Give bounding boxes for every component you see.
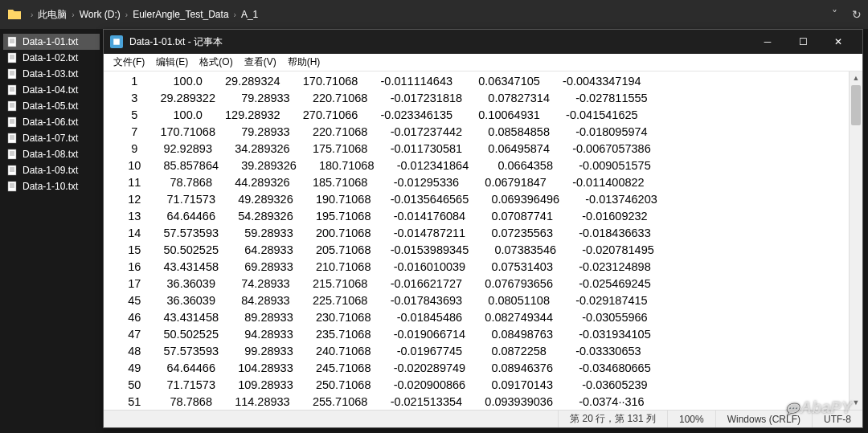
file-item[interactable]: Data-1-04.txt [3, 82, 100, 98]
notepad-window: Data-1-01.txt - 记事本 ─ ☐ ✕ 文件(F)编辑(E)格式(O… [103, 29, 863, 428]
breadcrumb-item[interactable]: EulerAngle_Test_Data [133, 9, 228, 20]
text-file-icon [6, 133, 18, 144]
text-line: 5 100.0 129.28932 270.71066 -0.023346135… [112, 107, 848, 124]
file-item[interactable]: Data-1-08.txt [3, 146, 100, 162]
status-zoom: 100% [668, 411, 716, 427]
text-line: 14 57.573593 59.28933 200.71068 -0.01478… [112, 225, 848, 242]
file-item[interactable]: Data-1-09.txt [3, 162, 100, 178]
maximize-button[interactable]: ☐ [785, 30, 821, 54]
file-item[interactable]: Data-1-01.txt [3, 34, 100, 50]
minimize-button[interactable]: ─ [750, 30, 785, 54]
svg-rect-0 [8, 37, 16, 47]
file-item[interactable]: Data-1-02.txt [3, 50, 100, 66]
menu-item[interactable]: 查看(V) [240, 55, 281, 69]
scroll-thumb[interactable] [851, 85, 861, 125]
explorer-address-bar: ›此电脑›Work (D:)›EulerAngle_Test_Data›A_1 … [0, 0, 868, 29]
text-line: 13 64.64466 54.289326 195.71068 -0.01417… [112, 208, 848, 225]
breadcrumb-item[interactable]: A_1 [241, 9, 258, 20]
file-item[interactable]: Data-1-07.txt [3, 130, 100, 146]
svg-rect-8 [8, 69, 16, 79]
svg-rect-36 [8, 182, 16, 191]
text-line: 3 29.289322 79.28933 220.71068 -0.017231… [112, 90, 848, 107]
text-line: 9 92.92893 34.289326 175.71068 -0.011730… [112, 141, 848, 157]
text-line: 12 71.71573 49.289326 190.71068 -0.01356… [112, 191, 848, 208]
file-name: Data-1-10.txt [23, 181, 78, 192]
file-name: Data-1-09.txt [23, 165, 78, 176]
text-file-icon [6, 149, 18, 160]
text-file-icon [6, 68, 18, 80]
text-file-icon [6, 84, 18, 96]
window-title-bar[interactable]: Data-1-01.txt - 记事本 ─ ☐ ✕ [104, 30, 862, 54]
text-line: 11 78.7868 44.289326 185.71068 -0.012953… [112, 174, 848, 191]
file-name: Data-1-02.txt [23, 52, 78, 63]
text-content-area[interactable]: 1 100.0 29.289324 170.71068 -0.011114643… [104, 71, 862, 410]
svg-rect-12 [8, 85, 16, 95]
file-name: Data-1-01.txt [23, 36, 78, 47]
vertical-scrollbar[interactable]: ▲ ▼ [849, 71, 862, 410]
menu-bar: 文件(F)编辑(E)格式(O)查看(V)帮助(H) [104, 54, 862, 71]
svg-rect-20 [8, 117, 16, 127]
file-name: Data-1-04.txt [23, 84, 78, 96]
breadcrumb-item[interactable]: Work (D:) [80, 9, 121, 20]
file-name: Data-1-07.txt [23, 133, 78, 144]
text-file-icon [6, 52, 18, 63]
svg-rect-28 [8, 149, 16, 159]
file-list-pane: Data-1-01.txtData-1-02.txtData-1-03.txtD… [0, 29, 103, 433]
text-line: 1 100.0 29.289324 170.71068 -0.011114643… [112, 73, 848, 90]
text-file-icon [6, 36, 18, 47]
folder-icon [6, 8, 23, 21]
notepad-icon [110, 35, 123, 48]
status-cursor-pos: 第 20 行，第 131 列 [559, 411, 668, 427]
text-line: 50 71.71573 109.28933 250.71068 -0.02090… [112, 377, 848, 394]
menu-item[interactable]: 文件(F) [108, 55, 149, 69]
text-line: 45 36.36039 84.28933 225.71068 -0.017843… [112, 292, 848, 309]
text-line: 51 78.7868 114.28933 255.71068 -0.021513… [112, 394, 848, 410]
breadcrumb[interactable]: ›此电脑›Work (D:)›EulerAngle_Test_Data›A_1 [31, 8, 832, 22]
chevron-right-icon: › [234, 10, 236, 19]
file-name: Data-1-06.txt [23, 116, 78, 128]
text-line: 10 85.857864 39.289326 180.71068 -0.0123… [112, 157, 848, 174]
menu-item[interactable]: 格式(O) [194, 55, 237, 69]
chevron-right-icon: › [125, 10, 128, 19]
text-line: 7 170.71068 79.28933 220.71068 -0.017237… [112, 124, 848, 141]
status-line-ending: Windows (CRLF) [716, 411, 813, 427]
chevron-right-icon: › [72, 10, 74, 19]
file-item[interactable]: Data-1-05.txt [3, 98, 100, 114]
svg-rect-4 [8, 53, 16, 63]
menu-item[interactable]: 编辑(E) [151, 55, 193, 69]
chevron-down-icon[interactable]: ˅ [832, 8, 837, 21]
file-name: Data-1-05.txt [23, 100, 78, 112]
window-title: Data-1-01.txt - 记事本 [129, 35, 750, 49]
text-file-icon [6, 165, 18, 176]
file-name: Data-1-03.txt [23, 68, 78, 80]
text-line: 15 50.502525 64.28933 205.71068 -0.01539… [112, 242, 848, 259]
scroll-down-arrow[interactable]: ▼ [850, 396, 862, 410]
svg-rect-40 [113, 39, 120, 45]
file-item[interactable]: Data-1-06.txt [3, 114, 100, 130]
chevron-right-icon: › [31, 10, 33, 19]
refresh-icon[interactable]: ↻ [852, 8, 862, 21]
text-file-icon [6, 100, 18, 112]
breadcrumb-item[interactable]: 此电脑 [38, 8, 67, 22]
text-line: 49 64.64466 104.28933 245.71068 -0.02028… [112, 360, 848, 377]
file-item[interactable]: Data-1-03.txt [3, 66, 100, 82]
status-encoding: UTF-8 [813, 411, 862, 427]
svg-rect-32 [8, 165, 16, 175]
text-file-icon [6, 116, 18, 128]
text-line: 16 43.431458 69.28933 210.71068 -0.01601… [112, 259, 848, 276]
text-line: 46 43.431458 89.28933 230.71068 -0.01845… [112, 309, 848, 326]
close-button[interactable]: ✕ [821, 30, 856, 54]
svg-rect-24 [8, 133, 16, 143]
text-line: 17 36.36039 74.28933 215.71068 -0.016621… [112, 276, 848, 292]
text-line: 48 57.573593 99.28933 240.71068 -0.01967… [112, 343, 848, 360]
file-name: Data-1-08.txt [23, 149, 78, 160]
text-file-icon [6, 181, 18, 192]
file-item[interactable]: Data-1-10.txt [3, 178, 100, 194]
status-bar: 第 20 行，第 131 列 100% Windows (CRLF) UTF-8 [104, 410, 862, 427]
menu-item[interactable]: 帮助(H) [283, 55, 326, 69]
text-line: 47 50.502525 94.28933 235.71068 -0.01906… [112, 326, 848, 343]
svg-rect-16 [8, 101, 16, 111]
scroll-up-arrow[interactable]: ▲ [850, 71, 862, 85]
